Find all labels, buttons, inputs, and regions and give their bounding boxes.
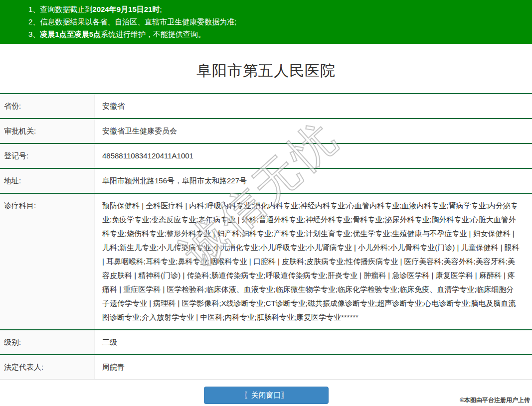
row-label: 审批机关: (0, 119, 95, 143)
table-row-approval-authority: 审批机关: 安徽省卫生健康委员会 (0, 119, 532, 144)
row-label: 法定代表人: (0, 355, 95, 379)
row-value: 48588110834120411A1001 (95, 144, 532, 168)
table-row-legal-representative: 法定代表人: 周皖青 (0, 355, 532, 380)
page-title: 阜阳市第五人民医院 (0, 61, 532, 81)
notice-number: 1、 (28, 5, 40, 13)
row-label: 地址: (0, 169, 95, 193)
table-row-level: 级别: 三级 (0, 330, 532, 355)
table-row-address: 地址: 阜阳市颍州北路156号，阜阳市太和路227号 (0, 169, 532, 194)
row-label: 登记号: (0, 144, 95, 168)
notice-banner: 1、查询数据截止到2024年9月15日21时; 2、信息数据结果以各省、自治区、… (0, 0, 532, 44)
row-value: 周皖青 (95, 355, 532, 379)
table-row-registration-number: 登记号: 48588110834120411A1001 (0, 144, 532, 169)
notice-line-2: 2、信息数据结果以各省、自治区、直辖市卫生健康委数据为准; (28, 15, 527, 28)
notice-line-1: 1、查询数据截止到2024年9月15日21时; (28, 3, 527, 15)
table-row-medical-departments: 诊疗科目: 预防保健科 | 全科医疗科 | 内科;呼吸内科专业;消化内科专业;神… (0, 194, 532, 330)
notice-number: 2、 (28, 17, 40, 26)
row-value: 预防保健科 | 全科医疗科 | 内科;呼吸内科专业;消化内科专业;神经内科专业;… (95, 194, 532, 329)
row-value: 三级 (95, 330, 532, 354)
table-row-province: 省份: 安徽省 (0, 94, 532, 119)
button-bar: 〖关闭窗口〗 (0, 387, 532, 404)
row-value: 安徽省卫生健康委员会 (95, 119, 532, 143)
close-window-button[interactable]: 〖关闭窗口〗 (204, 387, 329, 404)
row-value: 阜阳市颍州北路156号，阜阳市太和路227号 (95, 169, 532, 193)
notice-number: 3、 (28, 30, 40, 38)
row-label: 省份: (0, 94, 95, 118)
row-label: 诊疗科目: (0, 194, 95, 329)
notice-line-3: 3、凌晨1点至凌晨5点系统进行维护，不能提供查询。 (28, 28, 527, 40)
hospital-info-table: 省份: 安徽省 审批机关: 安徽省卫生健康委员会 登记号: 4858811083… (0, 93, 532, 380)
upload-attribution-note: ©本图由平台注册用户上传 (460, 396, 530, 405)
row-value: 安徽省 (95, 94, 532, 118)
row-label: 级别: (0, 330, 95, 354)
